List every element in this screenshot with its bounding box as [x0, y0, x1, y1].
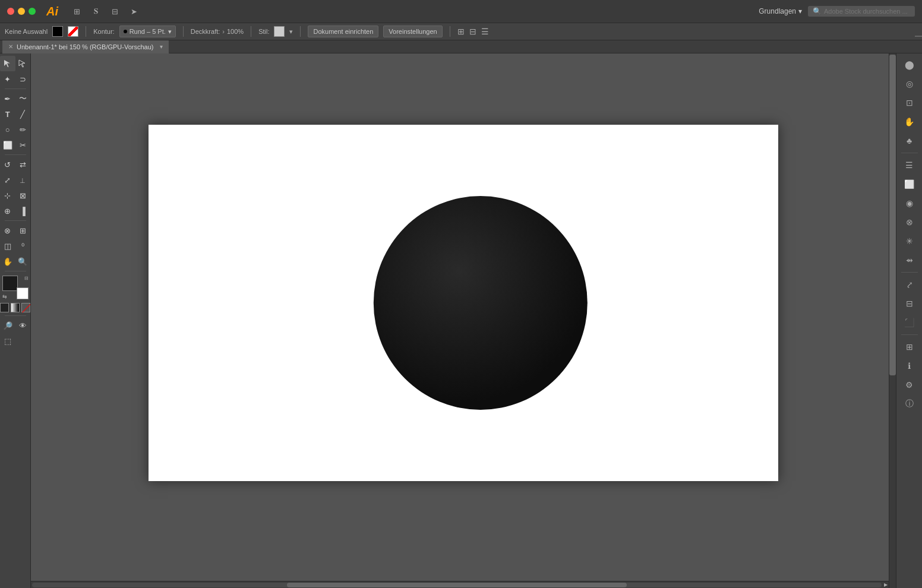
ellipse-tool[interactable]: ○: [0, 122, 15, 137]
scale-tool[interactable]: ⤢: [0, 172, 15, 188]
magic-wand-tool[interactable]: ✦: [0, 71, 15, 87]
stroke-width-selector[interactable]: Rund – 5 Pt. ▾: [119, 26, 176, 37]
separator-3: [5, 220, 26, 221]
grid-icon[interactable]: ⊞: [70, 5, 83, 18]
selection-tools: [0, 56, 30, 71]
fill-swatch[interactable]: [52, 26, 63, 37]
symbol-sprayer-tool[interactable]: ⊗: [0, 223, 15, 238]
scroll-track: [32, 583, 882, 587]
sun-btn[interactable]: ✳: [901, 232, 918, 250]
canvas-area[interactable]: ▶: [31, 53, 896, 588]
right-separator-2: [901, 272, 918, 273]
image-trace-btn[interactable]: ⊡: [901, 94, 918, 112]
tab-close-icon[interactable]: ✕: [8, 43, 13, 50]
eraser-tool[interactable]: ⬜: [0, 137, 15, 153]
no-color-btn[interactable]: [21, 303, 30, 312]
scroll-right-arrow-icon[interactable]: ▶: [884, 582, 888, 587]
transform-btn[interactable]: ⇴: [901, 251, 918, 269]
chart-tool[interactable]: ▐: [15, 203, 31, 219]
gradient-btn[interactable]: [11, 303, 20, 312]
rotate-tool[interactable]: ↺: [0, 157, 15, 172]
gradient-tool[interactable]: ◫: [0, 238, 15, 254]
minimize-button[interactable]: [18, 8, 25, 15]
workspace-selector[interactable]: Grundlagen ▾: [759, 7, 802, 15]
scroll-thumb[interactable]: [287, 583, 627, 587]
zoom-tool[interactable]: 🔍: [15, 254, 31, 269]
measure-tool[interactable]: ⊞: [15, 223, 31, 238]
foreground-color[interactable]: [2, 276, 18, 291]
free-transform-tool[interactable]: ⊹: [0, 188, 15, 203]
type-icon[interactable]: 𝐒: [89, 5, 102, 18]
warp-tools: ⊹ ⊠: [0, 188, 30, 203]
artboard-panel-btn[interactable]: ⬜: [901, 175, 918, 193]
right-panel: ⬤ ◎ ⊡ ✋ ♣ ☰ ⬜ ◉ ⊗ ✳ ⇴ ⤤ ⊟ ⬛ ⊞ ℹ ⚙ ⓘ: [896, 53, 922, 588]
artboard[interactable]: [149, 125, 778, 481]
layout-icon[interactable]: ⊟: [108, 5, 121, 18]
select-tool[interactable]: [0, 56, 15, 71]
background-color[interactable]: [17, 287, 29, 299]
appearance-btn[interactable]: ⊗: [901, 213, 918, 231]
info-btn[interactable]: ℹ: [901, 357, 918, 375]
style-swatch[interactable]: [274, 26, 285, 37]
hamburger-btn[interactable]: ☰: [901, 156, 918, 174]
solid-color-btn[interactable]: [0, 303, 9, 312]
swatches-btn[interactable]: ⬛: [901, 314, 918, 331]
stock-search-box[interactable]: 🔍: [808, 6, 915, 17]
shape-builder-tool[interactable]: ⊕: [0, 203, 15, 219]
export-btn[interactable]: ⤤: [901, 276, 918, 293]
curvature-tool[interactable]: 〜: [15, 91, 31, 106]
sphere-btn[interactable]: ◉: [901, 194, 918, 212]
vertical-scrollbar[interactable]: [889, 53, 896, 588]
hand-tool[interactable]: ✋: [0, 254, 15, 269]
shear-tool[interactable]: ⟂: [15, 172, 31, 188]
color-wheel-btn[interactable]: ⬤: [901, 56, 918, 74]
layers-btn[interactable]: ⊟: [901, 295, 918, 312]
about-btn[interactable]: ⓘ: [901, 395, 918, 413]
wand-lasso-tools: ✦ ⊃: [0, 71, 30, 87]
main-area: ✦ ⊃ ✒ 〜 T ╱ ○ ✏ ⬜ ✂ ↺ ⇄ ⤢ ⟂ ⊹: [0, 53, 922, 588]
scissors-tool[interactable]: ✂: [15, 137, 31, 153]
separator-5: [5, 315, 26, 316]
stock-search-input[interactable]: [824, 8, 910, 15]
workspace-label: Grundlagen: [759, 7, 796, 15]
eyedropper-tool[interactable]: ⁰: [15, 238, 31, 254]
hand-tools: ✋ 🔍: [0, 254, 30, 269]
zoom-out-icon[interactable]: 🔎: [0, 318, 15, 333]
arrange-icon[interactable]: ⊞: [457, 27, 465, 36]
right-separator-1: [901, 153, 918, 153]
align-icon[interactable]: ⊟: [469, 27, 476, 36]
symbol-tools: ⊗ ⊞: [0, 223, 30, 238]
menu-icon[interactable]: ☰: [481, 27, 489, 36]
arrow-icon[interactable]: ➤: [127, 5, 140, 18]
close-button[interactable]: [7, 8, 14, 15]
maximize-button[interactable]: [29, 8, 36, 15]
presets-button[interactable]: Voreinstellungen: [383, 26, 442, 37]
pan-icon[interactable]: 👁: [15, 318, 31, 333]
builder-tools: ⊕ ▐: [0, 203, 30, 219]
direct-select-tool[interactable]: [15, 56, 31, 71]
workspace-chevron-icon: ▾: [798, 7, 802, 15]
document-setup-button[interactable]: Dokument einrichten: [308, 26, 378, 37]
libraries-btn[interactable]: ✋: [901, 113, 918, 131]
pencil-tool[interactable]: ✏: [15, 122, 31, 137]
vertical-scroll-thumb[interactable]: [889, 55, 896, 375]
line-tool[interactable]: ╱: [15, 106, 31, 122]
horizontal-scrollbar[interactable]: ▶: [31, 581, 889, 588]
settings-btn[interactable]: ⚙: [901, 376, 918, 394]
pen-tool[interactable]: ✒: [0, 91, 15, 106]
lasso-tool[interactable]: ⊃: [15, 71, 31, 87]
artboard-tool-btn[interactable]: ⬚: [0, 333, 15, 349]
cloud-btn[interactable]: ♣: [901, 132, 918, 150]
reset-colors-icon[interactable]: ⊟: [24, 276, 29, 281]
color-guide-btn[interactable]: ◎: [901, 75, 918, 93]
swap-colors-icon[interactable]: ⇆: [2, 293, 7, 299]
align-grid-btn[interactable]: ⊞: [901, 338, 918, 356]
type-tool[interactable]: T: [0, 106, 15, 122]
view-tools: 🔎 👁: [0, 318, 30, 333]
title-bar-right: Grundlagen ▾ 🔍: [759, 6, 915, 17]
reflect-tool[interactable]: ⇄: [15, 157, 31, 172]
puppet-warp-tool[interactable]: ⊠: [15, 188, 31, 203]
circle-object[interactable]: [374, 196, 588, 410]
tab-document[interactable]: ✕ Unbenannt-1* bei 150 % (RGB/GPU-Vorsch…: [2, 40, 169, 53]
stroke-swatch[interactable]: [68, 26, 78, 37]
